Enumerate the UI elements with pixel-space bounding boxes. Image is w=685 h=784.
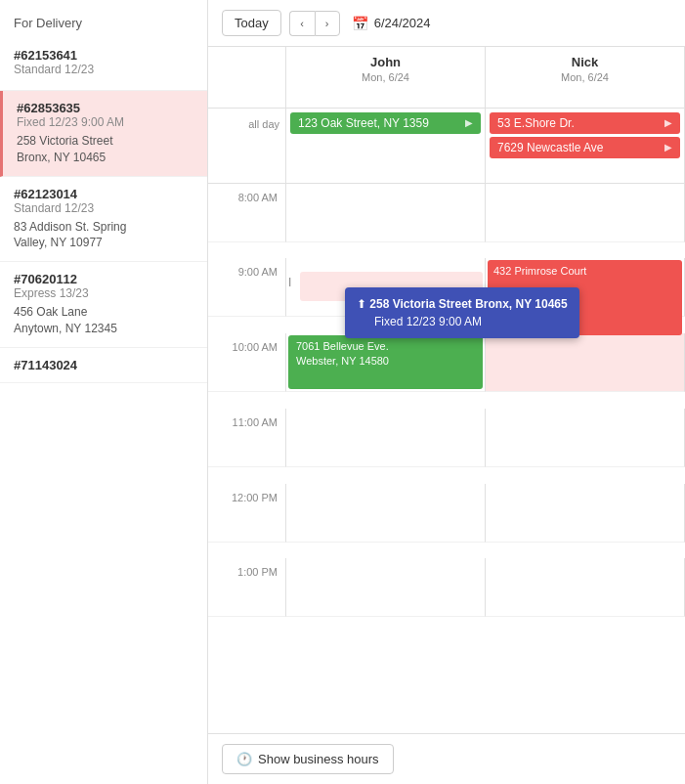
delivery-item-3[interactable]: #62123014 Standard 12/23 83 Addison St. … xyxy=(0,177,207,263)
clock-icon: 🕐 xyxy=(236,752,252,766)
allday-event-label-nick-1: 53 E.Shore Dr. xyxy=(497,116,575,130)
time-cell-1pm-nick[interactable] xyxy=(486,558,685,617)
allday-event-nick-1[interactable]: 53 E.Shore Dr. ▶ xyxy=(490,112,680,134)
calendar-grid: John Mon, 6/24 Nick Mon, 6/24 all day 12… xyxy=(208,47,685,633)
col-header-nick: Nick Mon, 6/24 xyxy=(486,47,685,109)
time-label-9am: 9:00 AM xyxy=(208,258,286,317)
col-header-john: John Mon, 6/24 xyxy=(286,47,486,109)
order-type-4: Express 13/23 xyxy=(14,286,193,300)
time-cell-10am-nick[interactable] xyxy=(486,333,685,392)
order-type-1: Standard 12/23 xyxy=(14,63,193,76)
allday-event-john-1[interactable]: 123 Oak Street, NY 1359 ▶ xyxy=(290,112,481,134)
delivery-item-4[interactable]: #70620112 Express 13/23 456 Oak LaneAnyt… xyxy=(0,262,207,348)
allday-event-label-john-1: 123 Oak Street, NY 1359 xyxy=(298,116,429,130)
time-cell-8am-john[interactable] xyxy=(286,184,486,242)
left-panel: For Delivery #62153641 Standard 12/23 #6… xyxy=(0,0,208,784)
upload-icon: ⬆ xyxy=(357,297,366,311)
allday-event-nick-2[interactable]: 7629 Newcastle Ave ▶ xyxy=(490,137,680,158)
order-id-3: #62123014 xyxy=(14,187,193,201)
arrow-icon-2: ▶ xyxy=(664,117,672,128)
time-label-12pm: 12:00 PM xyxy=(208,484,286,543)
left-panel-header: For Delivery xyxy=(0,0,207,38)
time-cell-11am-nick[interactable] xyxy=(486,409,685,467)
arrow-icon-1: ▶ xyxy=(465,117,473,128)
address-2: 258 Victoria StreetBronx, NY 10465 xyxy=(17,133,193,166)
chevron-right-icon: › xyxy=(325,18,329,29)
order-id-5: #71143024 xyxy=(14,358,193,372)
order-type-2: Fixed 12/23 9:00 AM xyxy=(17,115,193,129)
allday-cell-nick: 53 E.Shore Dr. ▶ 7629 Newcastle Ave ▶ xyxy=(486,109,685,184)
col-day-john: Mon, 6/24 xyxy=(290,71,481,83)
order-id-2: #62853635 xyxy=(17,101,193,115)
toolbar: Today ‹ › 📅 6/24/2024 xyxy=(208,0,685,47)
bottom-bar: 🕐 Show business hours xyxy=(208,733,685,784)
address-3: 83 Addison St. SpringValley, NY 10977 xyxy=(14,219,193,252)
col-day-nick: Mon, 6/24 xyxy=(490,71,680,83)
order-id-1: #62153641 xyxy=(14,48,193,63)
time-cell-11am-john[interactable] xyxy=(286,409,486,467)
chevron-left-icon: ‹ xyxy=(300,18,304,29)
time-cell-9am-john[interactable]: I ⬆ 258 Victoria Street Bronx, NY 10465 … xyxy=(286,258,486,317)
tooltip-address: 258 Victoria Street Bronx, NY 10465 xyxy=(369,297,567,311)
delivery-item-5[interactable]: #71143024 xyxy=(0,348,207,383)
date-label: 6/24/2024 xyxy=(374,16,431,30)
arrow-icon-3: ▶ xyxy=(664,142,672,152)
prev-button[interactable]: ‹ xyxy=(289,11,315,36)
tooltip-row1: ⬆ 258 Victoria Street Bronx, NY 10465 xyxy=(357,295,568,313)
time-cell-8am-nick[interactable] xyxy=(486,184,685,242)
calendar-container[interactable]: John Mon, 6/24 Nick Mon, 6/24 all day 12… xyxy=(208,47,685,733)
time-label-1pm: 1:00 PM xyxy=(208,558,286,617)
allday-label: all day xyxy=(208,109,286,184)
event-10am-john-label: 7061 Bellevue Eve.Webster, NY 14580 xyxy=(296,340,389,367)
calendar-icon: 📅 xyxy=(352,16,368,31)
right-panel: Today ‹ › 📅 6/24/2024 John Mon, 6/24 Nic… xyxy=(208,0,685,784)
event-10am-john[interactable]: 7061 Bellevue Eve.Webster, NY 14580 xyxy=(288,335,483,389)
next-button[interactable]: › xyxy=(315,11,340,36)
allday-cell-john: 123 Oak Street, NY 1359 ▶ xyxy=(286,109,486,184)
delivery-item-1[interactable]: #62153641 Standard 12/23 xyxy=(0,38,207,91)
col-name-nick: Nick xyxy=(490,55,680,69)
date-display: 📅 6/24/2024 xyxy=(352,16,431,31)
order-id-4: #70620112 xyxy=(14,272,193,286)
time-cell-12pm-nick[interactable] xyxy=(486,484,685,543)
time-label-8am: 8:00 AM xyxy=(208,184,286,242)
tooltip: ⬆ 258 Victoria Street Bronx, NY 10465 Fi… xyxy=(345,287,579,338)
cursor-caret: I xyxy=(288,276,291,289)
time-cell-12pm-john[interactable] xyxy=(286,484,486,543)
time-label-11am: 11:00 AM xyxy=(208,409,286,467)
event-9am-nick-label: 432 Primrose Court xyxy=(493,265,586,277)
time-cell-1pm-john[interactable] xyxy=(286,558,486,617)
delivery-item-2[interactable]: #62853635 Fixed 12/23 9:00 AM 258 Victor… xyxy=(0,91,207,177)
order-type-3: Standard 12/23 xyxy=(14,201,193,215)
allday-event-label-nick-2: 7629 Newcastle Ave xyxy=(497,141,604,154)
tooltip-detail: Fixed 12/23 9:00 AM xyxy=(357,313,568,330)
address-4: 456 Oak LaneAnytown, NY 12345 xyxy=(14,304,193,337)
time-cell-10am-john[interactable]: 7061 Bellevue Eve.Webster, NY 14580 xyxy=(286,333,486,392)
time-label-10am: 10:00 AM xyxy=(208,333,286,392)
nav-group: ‹ › xyxy=(289,11,340,36)
today-button[interactable]: Today xyxy=(222,10,281,36)
col-name-john: John xyxy=(290,55,481,69)
show-business-hours-button[interactable]: 🕐 Show business hours xyxy=(222,744,394,774)
show-hours-label: Show business hours xyxy=(258,752,379,766)
header-empty xyxy=(208,47,286,109)
